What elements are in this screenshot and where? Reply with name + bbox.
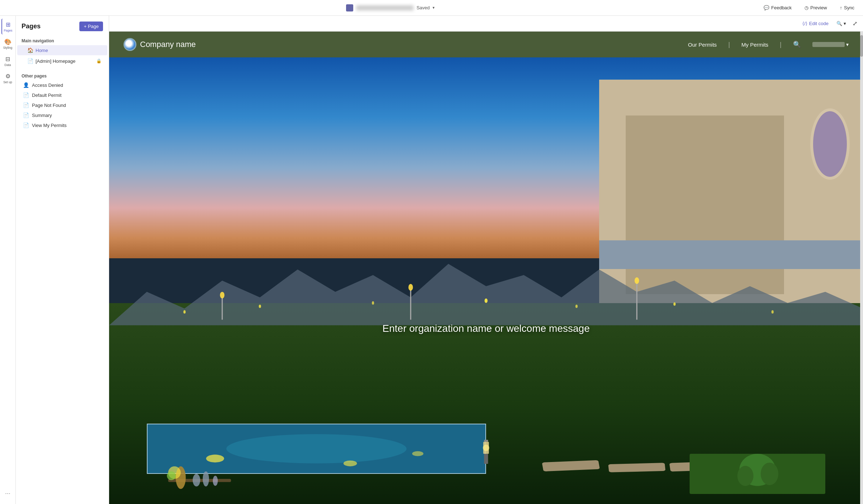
preview-area: ⟨/⟩ Edit code 🔍 ▾ ⤢ Company name Our [109,16,863,504]
nav-divider-2: | [780,41,782,48]
preview-button[interactable]: ◷ Preview [802,4,830,12]
svg-point-33 [409,284,413,291]
other-item-view-my-permits[interactable]: 📄 View My Permits [17,121,107,130]
feedback-icon: 💬 [764,5,769,10]
home-icon: 🏠 [27,47,33,53]
other-item-summary[interactable]: 📄 Summary [17,110,107,120]
svg-point-21 [483,444,489,451]
hedge-svg [690,454,825,494]
sidebar-item-data[interactable]: ⊟ Data [1,53,14,69]
svg-point-23 [183,310,186,314]
site-nav-my-permits[interactable]: My Permits [741,42,768,48]
site-hero: Enter organization name or welcome messa… [109,57,863,504]
lock-icon: 🔒 [96,58,102,63]
zoom-icon: 🔍 [836,21,842,26]
lantern-svg [471,440,501,464]
chevron-down-icon[interactable]: ▾ [433,5,435,10]
scrollbar-thumb[interactable] [860,35,863,57]
search-icon[interactable]: 🔍 [793,41,801,48]
svg-point-11 [761,463,778,485]
nav-divider: | [728,41,730,48]
sidebar-item-setup[interactable]: ⚙ Set up [1,70,14,86]
other-item-page-not-found[interactable]: 📄 Page Not Found [17,100,107,110]
svg-point-18 [167,471,176,480]
pages-panel-header: Pages + Page [16,16,109,36]
svg-point-25 [372,301,374,305]
saved-badge: Saved [416,5,430,10]
svg-point-10 [737,466,754,486]
silhouette-svg [109,258,863,325]
user-name-blurred [812,42,845,47]
svg-point-14 [193,474,200,486]
main-nav-section-label: Main navigation [16,36,109,45]
styling-icon: 🎨 [4,38,11,45]
svg-point-29 [771,310,774,314]
city-silhouette [109,258,863,325]
site-logo-icon [123,38,136,51]
add-page-button[interactable]: + Page [79,22,103,31]
zoom-button[interactable]: 🔍 ▾ [834,19,848,28]
svg-point-24 [259,305,261,308]
sync-icon: ↑ [840,5,843,10]
building-window [810,108,850,180]
doc-icon-2: 📄 [23,102,29,108]
site-logo: Company name [123,38,674,51]
svg-rect-6 [608,463,666,472]
main-layout: ⊞ Pages 🎨 Styling ⊟ Data ⚙ Set up ··· Pa… [0,16,863,504]
doc-icon: 📄 [23,92,29,98]
nav-item-home[interactable]: 🏠 Home ··· [17,45,107,55]
other-item-default-permit[interactable]: 📄 Default Permit [17,90,107,100]
preview-scrollbar[interactable] [860,32,863,504]
site-nav-user[interactable]: ▾ [812,42,849,47]
site-nav: Company name Our Permits | My Permits | … [109,32,863,57]
user-chevron-icon: ▾ [846,42,849,47]
sidebar-item-styling[interactable]: 🎨 Styling [1,36,14,52]
sync-button[interactable]: ↑ Sync [837,4,857,12]
top-bar-actions: 💬 Feedback ◷ Preview ↑ Sync [761,4,857,12]
svg-point-28 [673,302,676,306]
site-nav-our-permits[interactable]: Our Permits [688,42,717,48]
icon-rail: ⊞ Pages 🎨 Styling ⊟ Data ⚙ Set up ··· [0,16,16,504]
svg-point-4 [412,451,423,456]
svg-point-27 [575,305,578,308]
hero-welcome-text: Enter organization name or welcome messa… [382,323,589,334]
preview-toolbar: ⟨/⟩ Edit code 🔍 ▾ ⤢ [109,16,863,32]
doc-icon-4: 📄 [23,122,29,128]
pages-title: Pages [22,23,41,30]
svg-point-26 [485,298,488,303]
chevron-down-icon: ▾ [844,21,846,26]
svg-rect-5 [542,460,600,472]
user-icon: 👤 [23,82,29,88]
other-item-access-denied[interactable]: 👤 Access Denied [17,80,107,90]
svg-rect-19 [484,440,488,442]
hedge [690,454,825,494]
website-preview: Company name Our Permits | My Permits | … [109,32,863,504]
top-bar-center: Saved ▾ [346,4,435,11]
svg-point-16 [213,476,218,486]
feedback-button[interactable]: 💬 Feedback [761,4,794,12]
other-pages-section-label: Other pages [16,71,109,80]
doc-icon-3: 📄 [23,112,29,118]
nav-item-admin-homepage[interactable]: 📄 [Admin] Homepage 🔒 [17,56,107,66]
sidebar-item-pages[interactable]: ⊞ Pages [1,19,14,34]
app-name [356,5,414,10]
edit-code-button[interactable]: ⟨/⟩ Edit code [799,19,831,28]
pages-icon: ⊞ [6,21,10,28]
rail-more-button[interactable]: ··· [1,487,14,500]
site-company-name: Company name [140,40,196,49]
data-icon: ⊟ [5,56,10,62]
lantern [471,440,501,464]
svg-point-3 [344,461,357,466]
top-bar: Saved ▾ 💬 Feedback ◷ Preview ↑ Sync [0,0,863,16]
site-nav-links: Our Permits | My Permits | 🔍 ▾ [688,41,849,48]
svg-point-31 [220,292,225,299]
vscode-icon: ⟨/⟩ [802,21,807,26]
expand-button[interactable]: ⤢ [851,19,859,28]
app-icon [346,4,353,11]
svg-point-35 [635,277,639,284]
svg-rect-22 [484,454,488,464]
lawn-area [524,448,712,484]
svg-point-15 [203,471,209,486]
chairs-svg [524,448,712,484]
pages-panel: Pages + Page Main navigation 🏠 Home ··· … [16,16,109,504]
